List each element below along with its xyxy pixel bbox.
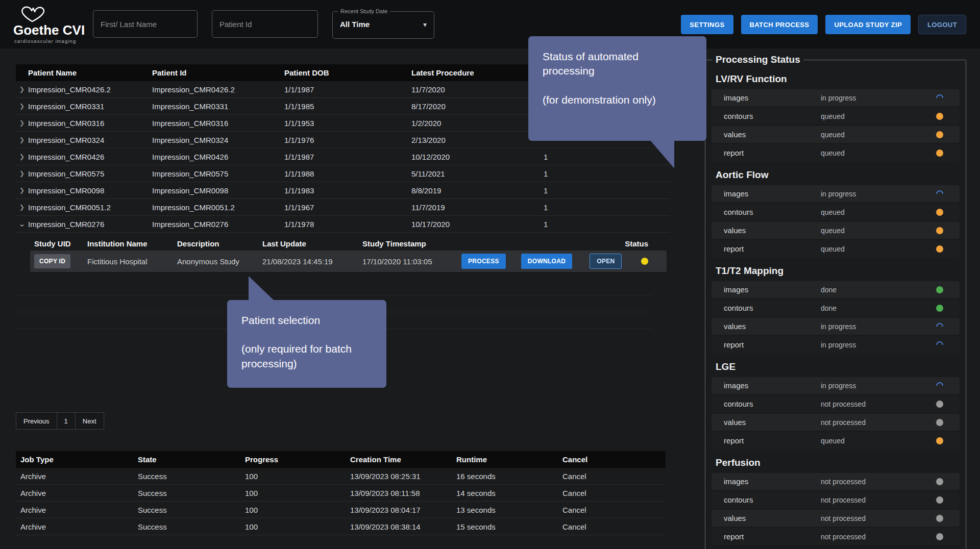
job-creation-time-cell: 13/09/2023 08:38:14 (350, 522, 456, 531)
chevron-right-icon[interactable]: ❯ (16, 204, 28, 211)
column-header-creation-time: Creation Time (350, 455, 456, 464)
latest-procedure-cell: 1/2/2020 (411, 119, 544, 128)
chevron-right-icon[interactable]: ❯ (16, 153, 28, 160)
patient-dob-cell: 1/1/1953 (284, 119, 411, 128)
job-runtime-cell: 13 seconds (456, 506, 562, 514)
tooltip-text-line: (only required for batch processing) (241, 342, 372, 371)
column-header-study-timestamp: Study Timestamp (362, 239, 461, 248)
logout-button[interactable]: LOGOUT (918, 15, 966, 34)
job-state-cell: Success (138, 522, 245, 531)
patient-row[interactable]: ❯Impression_CMR0575Impression_CMR05751/1… (16, 165, 670, 182)
processing-step-status: not processed (821, 478, 936, 486)
patient-name-cell: Impression_CMR0051.2 (28, 203, 152, 212)
name-search-input[interactable] (93, 10, 198, 38)
copy-id-button[interactable]: COPY ID (34, 254, 70, 268)
study-timestamp-cell: 17/10/2020 11:03:05 (362, 257, 461, 266)
chevron-right-icon[interactable]: ❯ (16, 170, 28, 177)
job-row: ArchiveSuccess10013/09/2023 08:38:1415 s… (16, 518, 666, 535)
patient-dob-cell: 1/1/1988 (284, 169, 411, 178)
processing-status-row: contoursqueued (712, 204, 960, 220)
processing-status-row: contoursnot processed (712, 491, 960, 508)
patient-id-cell: Impression_CMR0316 (152, 119, 284, 128)
jobs-table-body: ArchiveSuccess10013/09/2023 08:25:3116 s… (16, 468, 666, 535)
patient-name-cell: Impression_CMR0316 (28, 119, 152, 128)
processing-status-row: contoursnot processed (712, 395, 960, 412)
patient-row[interactable]: ❯Impression_CMR0051.2Impression_CMR0051.… (16, 199, 670, 216)
cancel-job-link[interactable]: Cancel (562, 489, 666, 497)
column-header-cancel: Cancel (562, 455, 666, 464)
status-dot-icon (936, 245, 943, 253)
chevron-right-icon[interactable]: ❯ (16, 187, 28, 194)
job-type-cell: Archive (20, 489, 138, 497)
status-dot-icon (936, 286, 943, 293)
chevron-right-icon[interactable]: ❯ (16, 86, 28, 93)
page-number-button[interactable]: 1 (57, 412, 76, 430)
previous-page-button[interactable]: Previous (16, 412, 57, 430)
column-header-status: Status (461, 239, 667, 248)
job-type-cell: Archive (20, 522, 138, 531)
processing-status-row: valuesqueued (712, 126, 960, 143)
study-date-select-value: All Time (340, 20, 370, 29)
status-dot-icon (936, 305, 943, 312)
patient-id-search-input[interactable] (212, 10, 318, 38)
patient-id-cell: Impression_CMR0575 (152, 169, 284, 178)
processing-step-status: queued (821, 149, 936, 157)
processing-step-label: images (724, 189, 821, 198)
processing-status-row: contoursqueued (712, 108, 960, 124)
process-button[interactable]: PROCESS (461, 254, 506, 269)
download-button[interactable]: DOWNLOAD (521, 254, 572, 269)
chevron-right-icon[interactable]: ❯ (16, 103, 28, 110)
next-page-button[interactable]: Next (75, 412, 104, 430)
upload-study-zip-button[interactable]: UPLOAD STUDY ZIP (825, 15, 911, 34)
cancel-job-link[interactable]: Cancel (562, 472, 666, 481)
processing-section-title: LV/RV Function (716, 73, 957, 85)
processing-step-label: contours (724, 400, 821, 408)
chevron-right-icon[interactable]: ❯ (16, 119, 28, 127)
processing-step-label: values (724, 322, 821, 331)
cancel-job-link[interactable]: Cancel (562, 506, 666, 514)
processing-step-status: queued (821, 227, 936, 235)
patient-id-cell: Impression_CMR0331 (152, 102, 284, 111)
patient-id-cell: Impression_CMR0098 (152, 186, 284, 195)
processing-status-sections: LV/RV Functionimagesin progresscontoursq… (712, 73, 960, 545)
column-header-study-uid: Study UID (34, 239, 87, 248)
latest-procedure-cell: 11/7/2020 (411, 85, 544, 94)
processing-status-row: valuesqueued (712, 222, 960, 239)
app-title: Goethe CVI (13, 22, 85, 38)
processing-step-status: in progress (821, 190, 936, 198)
patient-row[interactable]: ❯Impression_CMR0426Impression_CMR04261/1… (16, 148, 670, 165)
patient-row[interactable]: ⌄Impression_CMR0276Impression_CMR02761/1… (16, 216, 670, 233)
patient-dob-cell: 1/1/1978 (284, 220, 411, 229)
latest-procedure-cell: 10/12/2020 (411, 153, 544, 161)
status-dot-icon (936, 131, 943, 138)
chevron-down-icon[interactable]: ⌄ (16, 221, 28, 227)
processing-step-label: contours (724, 208, 821, 216)
faded-row (16, 279, 652, 295)
chevron-right-icon[interactable]: ❯ (16, 136, 28, 143)
batch-process-button[interactable]: BATCH PROCESS (741, 15, 818, 34)
latest-procedure-cell: 2/13/2020 (411, 136, 544, 144)
patient-row[interactable]: ❯Impression_CMR0098Impression_CMR00981/1… (16, 182, 670, 199)
processing-step-status: not processed (821, 514, 936, 522)
processing-status-row: imagesin progress (712, 89, 960, 106)
jobs-table-header: Job Type State Progress Creation Time Ru… (16, 451, 666, 468)
tooltip-patient-selection: Patient selection (only required for bat… (227, 300, 386, 388)
job-progress-cell: 100 (245, 472, 350, 481)
status-dot-icon (936, 496, 943, 504)
study-date-select[interactable]: Recent Study Date All Time ▾ (332, 11, 434, 39)
job-progress-cell: 100 (245, 506, 350, 514)
processing-step-status: done (821, 286, 936, 294)
study-date-select-label: Recent Study Date (338, 8, 390, 14)
open-button[interactable]: OPEN (590, 254, 622, 269)
patient-dob-cell: 1/1/1976 (284, 136, 411, 144)
column-header-institution: Institution Name (87, 239, 177, 248)
processing-step-status: not processed (821, 533, 936, 541)
job-type-cell: Archive (20, 506, 138, 514)
spinner-icon (935, 93, 945, 103)
status-dot-icon (936, 401, 943, 408)
processing-step-label: values (724, 514, 821, 522)
settings-button[interactable]: SETTINGS (681, 15, 733, 34)
latest-procedure-cell: 11/7/2019 (411, 203, 544, 212)
cancel-job-link[interactable]: Cancel (562, 522, 666, 531)
processing-step-status: in progress (821, 322, 936, 331)
